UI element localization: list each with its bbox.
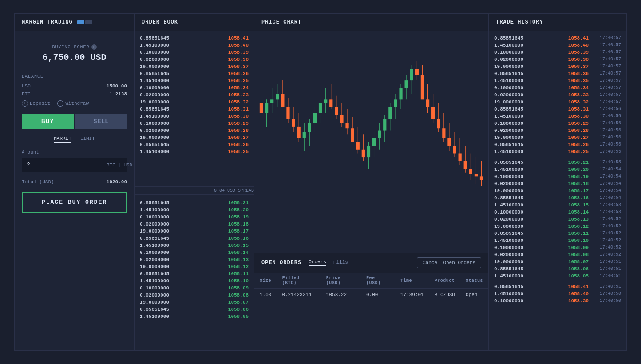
ob-bid-row[interactable]: 19.00000001058.07 bbox=[140, 299, 249, 306]
ob-price: 1058.21 bbox=[228, 200, 249, 206]
th-price: 1058.11 bbox=[562, 231, 589, 236]
ob-ask-row[interactable]: 0.858516451058.26 bbox=[140, 141, 249, 148]
ob-ask-row[interactable]: 19.00000001058.37 bbox=[140, 63, 249, 70]
toggle-btn-1[interactable] bbox=[77, 20, 84, 24]
withdraw-label: Withdraw bbox=[65, 101, 89, 106]
ob-ask-row[interactable]: 1.451000001058.40 bbox=[140, 42, 249, 49]
ob-bid-row[interactable]: 0.100000001058.19 bbox=[140, 214, 249, 221]
orders-column-header: Status bbox=[460, 273, 488, 289]
left-panel: MARGIN TRADING BUYING POWER i 6,750.00 U… bbox=[15, 14, 135, 350]
th-time: 17:40:54 bbox=[592, 174, 621, 179]
th-qty: 0.02000000 bbox=[494, 252, 558, 257]
svg-rect-79 bbox=[469, 169, 472, 174]
svg-rect-13 bbox=[292, 119, 295, 127]
ob-bid-row[interactable]: 1.451000001058.10 bbox=[140, 277, 249, 285]
ob-ask-row[interactable]: 1.451000001058.30 bbox=[140, 113, 249, 120]
th-time: 17:40:51 bbox=[592, 284, 621, 289]
total-row: Total (USD) = 1920.00 bbox=[22, 179, 127, 185]
ob-price: 1058.25 bbox=[228, 149, 249, 154]
trade-history-title: TRADE HISTORY bbox=[496, 19, 543, 25]
toggle-switch[interactable] bbox=[77, 20, 92, 24]
market-order-btn[interactable]: MARKET bbox=[54, 136, 71, 143]
cancel-open-orders-btn[interactable]: Cancel Open Orders bbox=[417, 257, 481, 268]
ob-qty: 1.45100000 bbox=[140, 314, 169, 319]
trade-history-row: 0.10000000 1058.19 17:40:54 bbox=[494, 173, 621, 180]
deposit-label: Deposit bbox=[30, 101, 50, 106]
info-icon[interactable]: i bbox=[91, 44, 97, 50]
ob-price: 1058.06 bbox=[228, 307, 249, 312]
ob-bid-row[interactable]: 0.858516451058.06 bbox=[140, 306, 249, 313]
th-time: 17:40:54 bbox=[592, 188, 621, 194]
ob-ask-row[interactable]: 0.100000001058.39 bbox=[140, 49, 249, 56]
place-buy-order-button[interactable]: PLACE BUY ORDER bbox=[22, 192, 127, 213]
trade-history-row: 1.45100000 1058.30 17:40:56 bbox=[494, 113, 621, 120]
th-qty: 0.02000000 bbox=[494, 181, 558, 186]
svg-rect-35 bbox=[351, 128, 354, 142]
ob-ask-row[interactable]: 0.858516451058.36 bbox=[140, 70, 249, 77]
deposit-link[interactable]: + Deposit bbox=[22, 100, 50, 107]
th-qty: 0.85851645 bbox=[494, 266, 558, 272]
th-price: 1058.29 bbox=[562, 121, 589, 126]
ob-ask-row[interactable]: 1.451000001058.25 bbox=[140, 148, 249, 155]
th-time: 17:40:56 bbox=[592, 135, 621, 140]
th-price: 1058.05 bbox=[562, 273, 589, 279]
btc-currency: BTC bbox=[107, 162, 115, 168]
ob-bid-row[interactable]: 0.100000001058.09 bbox=[140, 285, 249, 292]
th-price: 1058.31 bbox=[562, 107, 589, 112]
withdraw-link[interactable]: - Withdraw bbox=[57, 100, 89, 107]
ob-ask-row[interactable]: 19.00000001058.27 bbox=[140, 134, 249, 141]
ob-ask-row[interactable]: 1.451000001058.35 bbox=[140, 77, 249, 84]
ob-bid-row[interactable]: 0.020000001058.08 bbox=[140, 292, 249, 299]
ob-bid-row[interactable]: 1.451000001058.05 bbox=[140, 313, 249, 320]
ob-bid-row[interactable]: 19.00000001058.17 bbox=[140, 228, 249, 235]
ob-bid-row[interactable]: 0.858516451058.21 bbox=[140, 199, 249, 206]
orders-tab[interactable]: Orders bbox=[309, 259, 326, 266]
th-time: 17:40:57 bbox=[592, 99, 621, 105]
ob-bid-row[interactable]: 0.100000001058.14 bbox=[140, 249, 249, 256]
ob-ask-row[interactable]: 0.858516451058.41 bbox=[140, 35, 249, 42]
th-qty: 19.0000000 bbox=[494, 259, 558, 265]
ob-price: 1058.31 bbox=[228, 107, 249, 112]
ob-bid-row[interactable]: 0.020000001058.18 bbox=[140, 221, 249, 228]
ob-qty: 0.02000000 bbox=[140, 128, 169, 133]
th-qty: 0.85851645 bbox=[494, 160, 558, 165]
ob-bid-row[interactable]: 0.858516451058.11 bbox=[140, 270, 249, 277]
sell-button[interactable]: SELL bbox=[75, 114, 127, 129]
ob-price: 1058.26 bbox=[228, 142, 249, 147]
ob-bid-row[interactable]: 19.00000001058.12 bbox=[140, 263, 249, 270]
th-price: 1058.35 bbox=[562, 78, 589, 83]
svg-rect-73 bbox=[453, 146, 456, 153]
th-time: 17:40:52 bbox=[592, 245, 621, 250]
toggle-btn-2[interactable] bbox=[85, 20, 92, 24]
ob-ask-row[interactable]: 0.020000001058.33 bbox=[140, 91, 249, 99]
fills-tab[interactable]: Fills bbox=[333, 260, 348, 266]
ob-ask-row[interactable]: 0.858516451058.31 bbox=[140, 106, 249, 113]
ob-bid-row[interactable]: 0.858516451058.16 bbox=[140, 235, 249, 242]
th-price: 1058.41 bbox=[562, 36, 589, 41]
ob-price: 1058.08 bbox=[228, 293, 249, 298]
ob-qty: 1.45100000 bbox=[140, 278, 169, 284]
buy-button[interactable]: BUY bbox=[22, 114, 74, 129]
svg-rect-49 bbox=[388, 107, 392, 119]
ob-bid-row[interactable]: 1.451000001058.20 bbox=[140, 206, 249, 214]
trade-history-row: 1.45100000 1058.40 17:40:50 bbox=[494, 290, 621, 297]
amount-input[interactable] bbox=[22, 158, 102, 172]
ob-price: 1058.29 bbox=[228, 121, 249, 126]
th-qty: 0.10000000 bbox=[494, 298, 558, 304]
ob-ask-row[interactable]: 0.020000001058.28 bbox=[140, 127, 249, 134]
limit-order-btn[interactable]: LIMIT bbox=[80, 136, 95, 143]
ob-spread: 0.04 USD SPREAD bbox=[135, 186, 254, 195]
ob-ask-row[interactable]: 0.100000001058.29 bbox=[140, 120, 249, 127]
ob-ask-row[interactable]: 0.100000001058.34 bbox=[140, 84, 249, 91]
ob-ask-row[interactable]: 0.020000001058.38 bbox=[140, 56, 249, 63]
ob-price: 1058.39 bbox=[228, 50, 249, 55]
ob-bid-row[interactable]: 0.020000001058.13 bbox=[140, 256, 249, 263]
ob-bid-row[interactable]: 1.451000001058.15 bbox=[140, 242, 249, 249]
trade-history-row: 0.85851645 1058.26 17:40:56 bbox=[494, 141, 621, 148]
trade-history-row: 0.85851645 1058.16 17:40:54 bbox=[494, 194, 621, 202]
th-time: 17:40:57 bbox=[592, 57, 621, 62]
th-qty: 0.85851645 bbox=[494, 36, 558, 41]
ob-qty: 19.0000000 bbox=[140, 300, 169, 305]
th-qty: 0.85851645 bbox=[494, 195, 558, 201]
ob-ask-row[interactable]: 19.00000001058.32 bbox=[140, 99, 249, 106]
